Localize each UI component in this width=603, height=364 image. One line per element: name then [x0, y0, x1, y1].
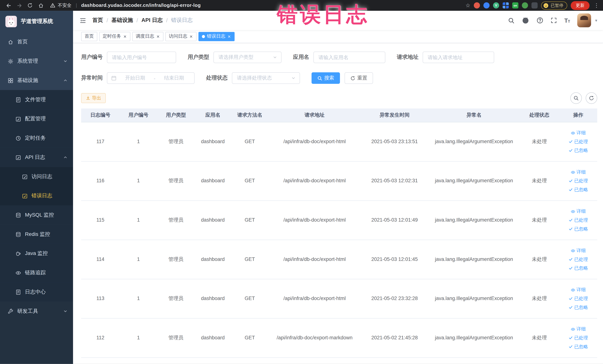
sidebar-item-home[interactable]: 首页	[0, 32, 73, 52]
sidebar-item-access-logs[interactable]: 访问日志	[0, 167, 73, 186]
cell-id: 114	[81, 256, 120, 263]
tab-scheduled-tasks[interactable]: 定时任务	[99, 32, 130, 41]
action-label: 详细	[577, 326, 586, 332]
search-icon[interactable]	[508, 17, 515, 23]
cell-url: /api/infra/db-doc/export-html	[268, 256, 361, 263]
tab-schedule-logs[interactable]: 调度日志	[132, 32, 163, 41]
filter-app-name: 应用名	[293, 52, 385, 63]
extension-on-badge[interactable]: on	[512, 2, 518, 8]
action-processed-link[interactable]: 已处理	[568, 217, 588, 223]
download-icon	[86, 96, 91, 101]
paused-extension-badge[interactable]: 已暂停	[541, 1, 567, 10]
cell-user-type: 管理员	[157, 256, 195, 263]
navbar-actions: TT	[508, 13, 603, 27]
action-detail-link[interactable]: 详细	[571, 287, 586, 293]
sidebar-item-redis-monitor[interactable]: Redis 监控	[0, 225, 73, 244]
sidebar-item-config-management[interactable]: 配置管理	[0, 109, 73, 129]
sidebar-item-error-logs[interactable]: 错误日志	[0, 186, 73, 205]
action-ignored-link[interactable]: 已忽略	[568, 147, 588, 154]
extension-icon-2[interactable]	[483, 2, 489, 8]
action-processed-link[interactable]: 已处理	[568, 256, 588, 263]
gear-icon	[8, 58, 13, 64]
sidebar-toggle-button[interactable]	[73, 11, 92, 30]
close-icon[interactable]	[123, 35, 127, 38]
extension-icon-1[interactable]	[474, 2, 480, 8]
sidebar-item-log-center[interactable]: 日志中心	[0, 282, 73, 302]
warning-icon	[50, 3, 55, 8]
vue-devtools-icon[interactable]: V	[493, 2, 499, 8]
download-icon	[86, 96, 91, 101]
breadcrumb-item[interactable]: 首页	[92, 17, 103, 24]
sidebar-item-file-management[interactable]: 文件管理	[0, 90, 73, 109]
sidebar-item-label: MySQL 监控	[25, 211, 54, 218]
request-url-label: 请求地址	[397, 54, 418, 61]
caret-down-icon[interactable]	[595, 18, 597, 23]
sidebar-item-dev-tools[interactable]: 研发工具	[0, 302, 73, 321]
close-icon[interactable]	[156, 35, 160, 38]
extension-icon-7[interactable]	[532, 2, 538, 8]
extension-icon-6[interactable]	[522, 2, 528, 8]
address-bar[interactable]: 不安全 | dashboard.yudao.iocoder.cn/infra/l…	[50, 2, 201, 9]
reload-icon[interactable]	[25, 1, 35, 10]
sidebar-item-scheduled-tasks[interactable]: 定时任务	[0, 129, 73, 148]
back-icon[interactable]	[4, 1, 13, 10]
close-icon[interactable]	[189, 35, 193, 38]
start-date-placeholder: 开始日期	[119, 75, 151, 82]
breadcrumb-item[interactable]: 基础设施	[111, 17, 133, 24]
font-size-icon[interactable]: TT	[564, 17, 570, 23]
sidebar-item-system-management[interactable]: 系统管理	[0, 52, 73, 71]
extension-grid-icon[interactable]	[503, 2, 509, 8]
action-detail-link[interactable]: 详细	[571, 130, 586, 136]
fullscreen-icon[interactable]	[551, 17, 557, 23]
action-processed-link[interactable]: 已处理	[568, 139, 588, 145]
search-button[interactable]: 搜索	[312, 72, 340, 84]
github-icon[interactable]	[522, 17, 529, 24]
action-detail-link[interactable]: 详细	[571, 326, 586, 332]
refresh-icon	[27, 3, 33, 8]
chevron-up-icon	[63, 78, 68, 83]
action-detail-link[interactable]: 详细	[571, 169, 586, 176]
tab-access-logs[interactable]: 访问日志	[165, 32, 197, 41]
forward-icon[interactable]	[15, 1, 24, 10]
user-avatar[interactable]	[577, 13, 591, 27]
action-ignored-link[interactable]: 已忽略	[568, 187, 588, 193]
sidebar-item-mysql-monitor[interactable]: MySQL 监控	[0, 205, 73, 225]
action-detail-link[interactable]: 详细	[571, 208, 586, 215]
action-ignored-link[interactable]: 已忽略	[568, 304, 588, 311]
sidebar-item-java-monitor[interactable]: Java 监控	[0, 244, 73, 263]
action-processed-link[interactable]: 已处理	[568, 178, 588, 184]
action-label: 已处理	[574, 295, 588, 302]
app-logo[interactable]: 芋道管理系统	[0, 11, 73, 32]
export-button[interactable]: 导出	[81, 93, 106, 103]
action-detail-link[interactable]: 详细	[571, 247, 586, 254]
cell-url: /api/infra/db-doc/export-html	[268, 177, 361, 185]
refresh-table-button[interactable]	[586, 92, 597, 104]
help-icon[interactable]	[537, 17, 544, 24]
browser-update-button[interactable]: 更新	[571, 1, 590, 10]
close-icon[interactable]	[227, 35, 231, 38]
tab-home[interactable]: 首页	[81, 32, 97, 41]
toggle-search-button[interactable]	[570, 92, 582, 104]
action-ignored-link[interactable]: 已忽略	[568, 226, 588, 232]
action-processed-link[interactable]: 已处理	[568, 335, 588, 341]
reset-button[interactable]: 重置	[345, 72, 373, 84]
action-ignored-link[interactable]: 已忽略	[568, 265, 588, 271]
coffee-icon	[15, 251, 21, 257]
user-id-input[interactable]	[107, 52, 176, 63]
sidebar-item-link-tracing[interactable]: 链路追踪	[0, 263, 73, 282]
tab-error-logs[interactable]: 错误日志	[198, 32, 235, 41]
request-url-input[interactable]	[423, 52, 494, 63]
process-status-select[interactable]: 请选择处理状态	[232, 72, 300, 84]
breadcrumb-item[interactable]: API 日志	[141, 17, 163, 24]
user-type-select[interactable]: 请选择用户类型	[213, 52, 281, 63]
action-ignored-link[interactable]: 已忽略	[568, 343, 588, 350]
sidebar-item-infrastructure[interactable]: 基础设施	[0, 71, 73, 90]
action-processed-link[interactable]: 已处理	[568, 295, 588, 302]
bookmark-star-icon[interactable]	[465, 2, 470, 8]
cell-user-id: 1	[120, 335, 157, 341]
browser-home-icon[interactable]	[36, 1, 46, 10]
browser-menu-icon[interactable]	[594, 2, 599, 8]
sidebar-item-api-logs[interactable]: API 日志	[0, 148, 73, 167]
app-name-input[interactable]	[313, 52, 385, 63]
date-range-picker[interactable]: 开始日期 - 结束日期	[107, 72, 195, 84]
